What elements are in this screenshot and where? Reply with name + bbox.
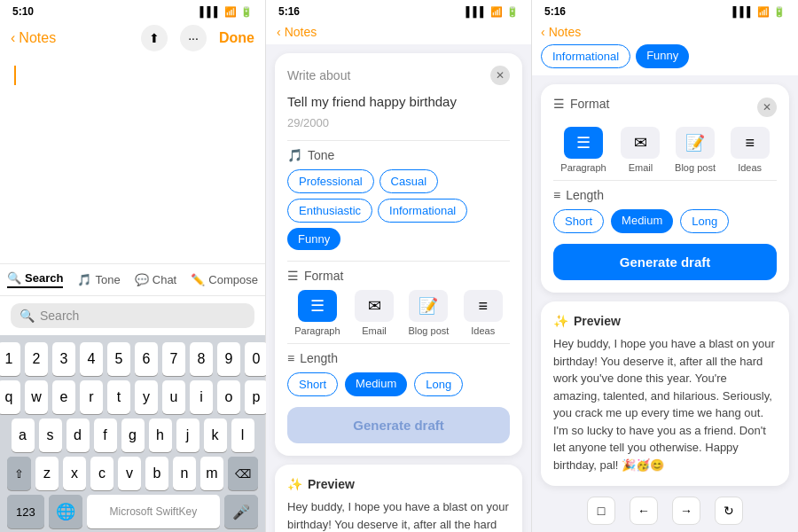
key-v[interactable]: v [118,457,141,490]
key-o[interactable]: o [217,380,240,414]
key-z[interactable]: z [35,457,59,490]
generate-draft-button[interactable]: Generate draft [287,407,510,443]
back-row-2[interactable]: ‹ Notes [266,21,531,44]
forward-action-button[interactable]: → [672,497,700,525]
toolbar-chat[interactable]: 💬 Chat [135,271,176,288]
format3-email[interactable]: ✉ Email [621,127,660,173]
back-action-button[interactable]: ← [630,497,658,525]
toolbar-search[interactable]: 🔍 Search [7,271,63,288]
format-ideas[interactable]: ≡ Ideas [464,290,503,336]
key-7[interactable]: 7 [162,342,185,376]
generate-draft-button-3[interactable]: Generate draft [553,244,777,280]
email-label-3: Email [629,162,653,173]
key-d[interactable]: d [66,419,90,452]
chip-funny[interactable]: Funny [287,228,340,250]
key-e[interactable]: e [52,380,75,414]
mic-key[interactable]: 🎤 [224,495,258,528]
divider-3 [287,343,510,344]
key-1[interactable]: 1 [0,342,20,376]
key-l[interactable]: l [231,419,254,452]
chip-long-3[interactable]: Long [680,209,729,233]
back-button-1[interactable]: ‹ Notes [11,30,56,46]
backspace-key[interactable]: ⌫ [228,457,258,490]
status-bar-3: 5:16 ▌▌▌ 📶 🔋 [532,0,798,21]
key-q[interactable]: q [0,380,20,414]
close-button-2[interactable]: ✕ [490,66,510,85]
toolbar-tone[interactable]: 🎵 Tone [77,271,120,288]
shift-key[interactable]: ⇧ [7,457,31,490]
key-j[interactable]: j [176,419,200,452]
format3-paragraph[interactable]: ☰ Paragraph [560,127,606,173]
key-9[interactable]: 9 [217,342,240,376]
key-p[interactable]: p [245,380,268,414]
chip-medium-3[interactable]: Medium [611,209,673,233]
key-n[interactable]: n [173,457,196,490]
key-u[interactable]: u [162,380,185,414]
format-blogpost[interactable]: 📝 Blog post [408,290,449,336]
key-6[interactable]: 6 [135,342,158,376]
chip-informational-3[interactable]: Informational [541,44,630,68]
key-t[interactable]: t [107,380,130,414]
key-8[interactable]: 8 [190,342,213,376]
key-3[interactable]: 3 [52,342,75,376]
panel-review: 5:16 ▌▌▌ 📶 🔋 ‹ Notes Informational Funny… [532,0,798,532]
key-g[interactable]: g [121,419,145,452]
format-email[interactable]: ✉ Email [355,290,394,336]
paragraph-icon-3: ☰ [564,127,603,159]
chip-informational[interactable]: Informational [378,199,467,223]
ideas-label: Ideas [471,325,495,336]
key-x[interactable]: x [63,457,86,490]
length-chips: Short Medium Long [287,372,510,396]
key-c[interactable]: c [90,457,113,490]
keyboard-row-q: q w e r t y u i o p [4,380,262,414]
preview-sparkle-icon-3: ✨ [553,314,568,328]
chip-casual[interactable]: Casual [379,169,438,193]
chip-short[interactable]: Short [287,372,338,396]
key-4[interactable]: 4 [80,342,103,376]
chip-medium[interactable]: Medium [345,372,407,396]
share-icon[interactable]: ⬆ [141,25,168,51]
chip-professional[interactable]: Professional [287,169,374,193]
key-k[interactable]: k [204,419,227,452]
back-row-3[interactable]: ‹ Notes [541,25,789,39]
close-button-3[interactable]: ✕ [757,98,777,117]
signal-icon-3: ▌▌▌ [733,6,754,17]
key-f[interactable]: f [94,419,117,452]
format3-ideas[interactable]: ≡ Ideas [731,127,770,173]
key-y[interactable]: y [135,380,158,414]
key-r[interactable]: r [80,380,103,414]
chip-enthusiastic[interactable]: Enthusiastic [287,199,372,223]
key-2[interactable]: 2 [25,342,48,376]
space-key[interactable]: Microsoft SwiftKey [87,495,220,528]
more-icon[interactable]: ··· [180,25,207,51]
ideas-icon-3: ≡ [731,127,770,159]
copy-square-button[interactable]: □ [587,497,615,525]
chip-funny-3[interactable]: Funny [636,44,689,68]
key-a[interactable]: a [12,419,35,452]
key-h[interactable]: h [149,419,172,452]
key-s[interactable]: s [39,419,62,452]
key-b[interactable]: b [145,457,168,490]
key-5[interactable]: 5 [107,342,130,376]
keyboard-row-numbers: 1 2 3 4 5 6 7 8 9 0 [4,342,262,376]
divider-3a [553,180,777,181]
toolbar-compose[interactable]: ✏️ Compose [191,271,258,288]
refresh-action-button[interactable]: ↻ [715,497,743,525]
key-m[interactable]: m [200,457,223,490]
format-paragraph[interactable]: ☰ Paragraph [294,290,340,336]
format3-blogpost[interactable]: 📝 Blog post [675,127,716,173]
emoji-key[interactable]: 🌐 [49,495,82,528]
key-0[interactable]: 0 [245,342,268,376]
write-about-value[interactable]: Tell my friend happy birthday [287,94,510,109]
preview-title-text-2: Preview [308,477,355,491]
note-area[interactable] [0,59,265,263]
chip-short-3[interactable]: Short [553,209,604,233]
blogpost-icon: 📝 [409,290,448,322]
chip-long[interactable]: Long [414,372,463,396]
key-123[interactable]: 123 [7,495,44,528]
search-input[interactable]: 🔍 Search [11,303,254,328]
done-button[interactable]: Done [219,30,254,46]
keyboard-bottom-row: 123 🌐 Microsoft SwiftKey 🎤 [4,495,262,528]
key-w[interactable]: w [25,380,48,414]
key-i[interactable]: i [190,380,213,414]
